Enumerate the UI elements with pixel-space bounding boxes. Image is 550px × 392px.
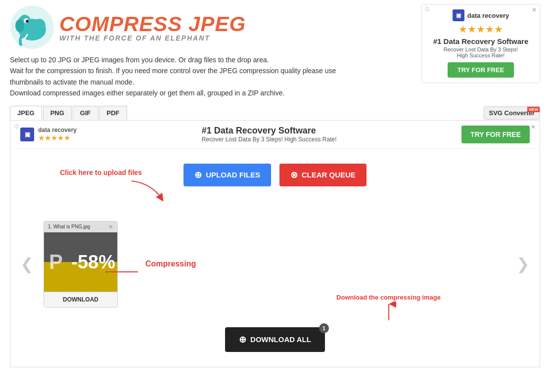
inner-ad-content: #1 Data Recovery Software Recover Lost D… — [202, 126, 337, 143]
ad-subtitle: Recover Lost Data By 3 Steps! High Succe… — [430, 46, 532, 58]
upload-area: Click here to upload files ⊕ UPLOAD FILE… — [10, 149, 540, 216]
logo-title: COMPRESS JPEG — [59, 12, 246, 36]
tab-png[interactable]: PNG — [43, 106, 72, 120]
upload-files-button[interactable]: ⊕ UPLOAD FILES — [183, 164, 271, 186]
clear-icon: ⊗ — [290, 170, 298, 180]
ad-stars: ★★★★★ — [430, 23, 532, 35]
tab-pdf[interactable]: PDF — [99, 106, 127, 120]
svg-point-3 — [34, 19, 46, 33]
logo-area: COMPRESS JPEG WITH THE FORCE OF AN ELEPH… — [10, 5, 246, 49]
carousel-prev-button[interactable]: ❮ — [15, 250, 39, 278]
ad-try-free-button[interactable]: TRY FOR FREE — [448, 62, 514, 78]
download-label-area: Download the compressing image — [336, 293, 441, 323]
file-name: 1. What is PNG.jpg — [48, 224, 90, 229]
inner-ad-close-icon[interactable]: ✕ — [531, 124, 536, 131]
tab-jpeg[interactable]: JPEG — [10, 106, 42, 120]
main-content: ⓘ ✕ ▣ data recovery ★★★★★ #1 Data Recove… — [10, 120, 540, 367]
top-ad-banner: ⓘ ✕ ▣ data recovery ★★★★★ #1 Data Recove… — [421, 4, 540, 83]
upload-arrow-icon — [127, 178, 171, 203]
carousel: ❮ 1. What is PNG.jpg ✕ P -58% DOWNLOAD — [10, 216, 540, 312]
new-badge: NEW — [527, 107, 540, 112]
compressing-label: Compressing — [145, 260, 196, 268]
inner-ad-brand-name-stars: data recovery ★★★★★ — [38, 127, 77, 142]
file-card-close-icon[interactable]: ✕ — [108, 223, 113, 230]
ad-close-icon[interactable]: ✕ — [532, 6, 537, 13]
ad-info-icon: ⓘ — [425, 6, 429, 13]
file-card: 1. What is PNG.jpg ✕ P -58% DOWNLOAD — [44, 221, 118, 307]
file-download-button[interactable]: DOWNLOAD — [44, 292, 117, 307]
compressing-area: Compressing — [145, 260, 196, 268]
download-arrow-icon — [381, 302, 396, 321]
download-all-icon: ⊕ — [239, 334, 246, 345]
svg-converter-button[interactable]: SVG Converter NEW — [484, 106, 540, 120]
download-badge: 1 — [319, 323, 329, 333]
inner-ad-info-icon: ⓘ — [14, 124, 19, 130]
click-here-label: Click here to upload files — [60, 169, 142, 176]
ad-brand: ▣ data recovery — [430, 9, 532, 21]
upload-icon: ⊕ — [194, 170, 202, 180]
file-preview-letter: P — [49, 250, 63, 274]
logo-elephant-icon — [10, 5, 54, 49]
description: Select up to 20 JPG or JPEG images from … — [0, 54, 371, 106]
logo-text: COMPRESS JPEG WITH THE FORCE OF AN ELEPH… — [59, 12, 246, 42]
tabs-bar: JPEG PNG GIF PDF SVG Converter NEW — [0, 106, 550, 120]
clear-queue-button[interactable]: ⊗ CLEAR QUEUE — [279, 164, 367, 186]
tab-gif[interactable]: GIF — [73, 106, 98, 120]
inner-ad-brand: ▣ data recovery ★★★★★ — [20, 127, 77, 142]
inner-ad-banner: ⓘ ✕ ▣ data recovery ★★★★★ #1 Data Recove… — [10, 121, 540, 149]
svg-point-6 — [15, 19, 24, 32]
compressing-arrow-icon — [106, 264, 140, 279]
tabs-left: JPEG PNG GIF PDF — [10, 106, 127, 120]
inner-ad-try-free-button[interactable]: TRY FOR FREE — [461, 126, 530, 143]
ad-title: #1 Data Recovery Software — [430, 37, 532, 45]
carousel-next-button[interactable]: ❯ — [511, 250, 535, 278]
download-label: Download the compressing image — [336, 294, 441, 301]
download-all-area: Download the compressing image ⊕ DOWNLOA… — [10, 317, 540, 367]
logo-subtitle: WITH THE FORCE OF AN ELEPHANT — [59, 34, 246, 42]
inner-ad-brand-icon: ▣ — [20, 128, 34, 141]
ad-brand-name: data recovery — [467, 12, 509, 19]
file-card-preview: P -58% — [44, 232, 118, 292]
file-card-header: 1. What is PNG.jpg ✕ — [44, 221, 117, 232]
download-all-button[interactable]: ⊕ DOWNLOAD ALL 1 — [225, 327, 325, 352]
ad-brand-icon: ▣ — [453, 9, 464, 21]
svg-point-5 — [26, 20, 29, 23]
